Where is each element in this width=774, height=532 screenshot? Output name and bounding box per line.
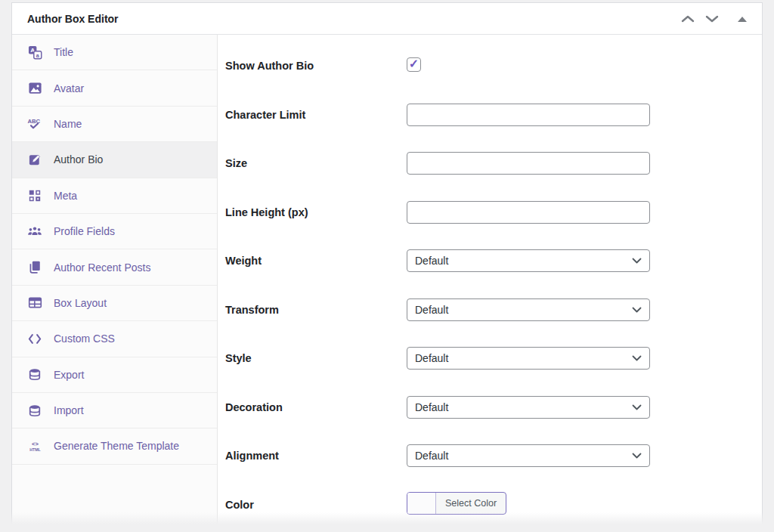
- svg-text:a: a: [36, 52, 39, 58]
- name-icon: ABC: [27, 116, 42, 131]
- profile-fields-icon: [27, 224, 42, 239]
- color-swatch: [407, 493, 436, 514]
- svg-text:HTML: HTML: [29, 447, 41, 452]
- field-label: Style: [225, 352, 407, 364]
- box-layout-icon: [27, 295, 42, 311]
- move-down-button[interactable]: [700, 8, 724, 30]
- sidebar-item-custom-css[interactable]: Custom CSS: [12, 321, 217, 357]
- form-row-transform: Transform Default: [225, 286, 762, 335]
- panel-body: A a Title Avata: [12, 35, 762, 530]
- chevron-up-icon: [681, 15, 695, 23]
- sidebar-item-label: Title: [54, 46, 73, 58]
- show-author-bio-checkbox[interactable]: [407, 57, 421, 72]
- line-height-input[interactable]: [407, 201, 650, 224]
- character-limit-input[interactable]: [407, 104, 650, 126]
- sidebar-item-import[interactable]: Import: [12, 393, 217, 428]
- form-row-character-limit: Character Limit: [225, 91, 762, 140]
- custom-css-icon: [27, 331, 42, 346]
- field-label: Decoration: [225, 401, 407, 413]
- sidebar-item-label: Box Layout: [54, 297, 107, 309]
- field-label: Weight: [225, 255, 407, 267]
- avatar-icon: [27, 81, 42, 96]
- style-select[interactable]: Default: [407, 347, 650, 370]
- wp-admin-page: Author Box Editor: [0, 0, 774, 532]
- panel-title: Author Box Editor: [27, 13, 119, 25]
- sidebar-item-label: Name: [54, 118, 82, 130]
- form-row-show-author-bio: Show Author Bio: [225, 42, 762, 91]
- sidebar-item-label: Custom CSS: [54, 332, 115, 345]
- transform-select[interactable]: Default: [407, 298, 650, 321]
- weight-select[interactable]: Default: [407, 249, 650, 272]
- sidebar-item-box-layout[interactable]: Box Layout: [12, 286, 217, 321]
- sidebar-item-generate-theme-template[interactable]: <> HTML Generate Theme Template: [12, 428, 217, 464]
- author-bio-settings-form: Show Author Bio Character Limit Size: [218, 35, 762, 530]
- recent-posts-icon: [27, 260, 42, 275]
- sidebar-item-name[interactable]: ABC Name: [12, 107, 217, 142]
- sidebar-item-author-bio[interactable]: Author Bio: [12, 142, 217, 178]
- svg-text:<>: <>: [32, 441, 39, 447]
- export-icon: [27, 367, 42, 382]
- size-input[interactable]: [407, 152, 650, 175]
- form-row-line-height: Line Height (px): [225, 188, 762, 237]
- form-row-color: Color Select Color: [225, 481, 762, 530]
- sidebar-item-export[interactable]: Export: [12, 357, 217, 393]
- field-label: Character Limit: [225, 109, 407, 121]
- field-label: Show Author Bio: [225, 60, 407, 72]
- field-label: Size: [225, 157, 407, 169]
- field-label: Color: [225, 499, 407, 511]
- sidebar-item-label: Profile Fields: [54, 225, 115, 237]
- select-color-label: Select Color: [436, 493, 506, 514]
- triangle-up-icon: [738, 17, 747, 22]
- meta-icon: [27, 188, 42, 203]
- sidebar-item-profile-fields[interactable]: Profile Fields: [12, 214, 217, 249]
- sidebar-item-avatar[interactable]: Avatar: [12, 70, 217, 106]
- toggle-panel-button[interactable]: [732, 8, 753, 30]
- panel-controls: [676, 3, 753, 35]
- field-label: Line Height (px): [225, 206, 407, 218]
- chevron-down-icon: [705, 15, 719, 23]
- settings-sidebar: A a Title Avata: [12, 35, 218, 530]
- title-icon: A a: [27, 45, 42, 60]
- field-label: Transform: [225, 304, 407, 316]
- sidebar-item-label: Meta: [54, 190, 77, 202]
- form-row-size: Size: [225, 139, 762, 188]
- sidebar-item-label: Avatar: [54, 82, 84, 94]
- form-row-weight: Weight Default: [225, 237, 762, 286]
- generate-theme-icon: <> HTML: [27, 438, 42, 453]
- sidebar-item-title[interactable]: A a Title: [12, 35, 217, 70]
- import-icon: [27, 403, 42, 418]
- form-row-decoration: Decoration Default: [225, 383, 762, 432]
- form-row-alignment: Alignment Default: [225, 431, 762, 481]
- form-row-style: Style Default: [225, 334, 762, 383]
- author-box-editor-panel: Author Box Editor: [11, 2, 763, 531]
- author-bio-icon: [27, 152, 42, 167]
- sidebar-item-label: Import: [54, 404, 84, 416]
- sidebar-item-label: Author Recent Posts: [54, 261, 150, 274]
- sidebar-item-label: Generate Theme Template: [54, 440, 179, 452]
- sidebar-item-author-recent-posts[interactable]: Author Recent Posts: [12, 249, 217, 285]
- field-label: Alignment: [225, 450, 407, 462]
- alignment-select[interactable]: Default: [407, 444, 650, 467]
- sidebar-item-meta[interactable]: Meta: [12, 178, 217, 214]
- panel-header: Author Box Editor: [12, 3, 762, 35]
- sidebar-item-label: Export: [54, 369, 84, 381]
- sidebar-item-label: Author Bio: [54, 153, 103, 165]
- move-up-button[interactable]: [676, 8, 700, 30]
- select-color-button[interactable]: Select Color: [407, 492, 506, 515]
- decoration-select[interactable]: Default: [407, 396, 650, 419]
